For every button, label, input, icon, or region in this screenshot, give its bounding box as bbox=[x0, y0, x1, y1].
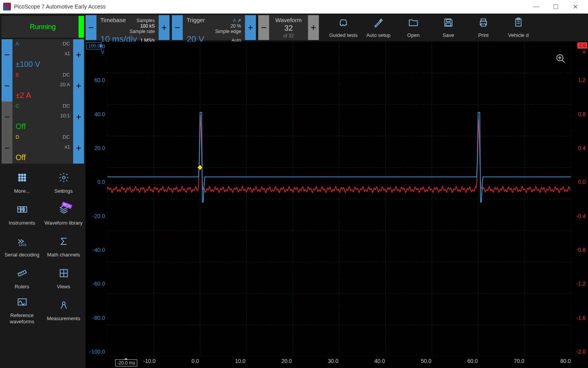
y-right-tick: -1.6 bbox=[573, 315, 586, 321]
y-right-tick: 1.2 bbox=[573, 77, 586, 83]
running-button[interactable]: Running bbox=[2, 16, 84, 38]
svg-point-9 bbox=[62, 176, 65, 179]
channel-A-control: − ADC x1 ±100 V + bbox=[2, 39, 84, 70]
action-clipboard[interactable]: Vehicle d bbox=[501, 17, 536, 38]
grid-icon bbox=[58, 268, 69, 281]
y-left-tick: 60.0 bbox=[88, 77, 105, 83]
y-right-tick: -2.0 bbox=[573, 349, 586, 355]
channel-C-control: − CDC 10:1 Off + bbox=[2, 101, 84, 133]
y-right-tick: 0.8 bbox=[573, 111, 586, 117]
waveform-control: − Waveform 32 of 32 + bbox=[258, 15, 319, 40]
waveform-value[interactable]: 32 bbox=[284, 24, 293, 33]
channel-A-body[interactable]: ADC x1 ±100 V bbox=[12, 39, 73, 70]
print-icon bbox=[478, 17, 489, 31]
svg-point-3 bbox=[18, 176, 20, 178]
waveform-prev-button[interactable]: − bbox=[258, 15, 269, 40]
channel-D-body[interactable]: DDC x1 Off bbox=[12, 133, 73, 164]
x-tick: 50.0 bbox=[421, 358, 431, 366]
channel-D-control: − DDC x1 Off + bbox=[2, 133, 84, 164]
svg-point-2 bbox=[24, 174, 26, 176]
y-left-tick: 0.0 bbox=[88, 179, 105, 185]
channel-D-minus-button[interactable]: − bbox=[2, 133, 12, 164]
tool-dots[interactable]: More... bbox=[2, 167, 42, 199]
action-wand[interactable]: Auto setup bbox=[361, 17, 396, 38]
action-print[interactable]: Print bbox=[466, 17, 501, 38]
titlebar: PicoScope 7 Automotive Early Access — ☐ … bbox=[0, 0, 588, 14]
channel-C-minus-button[interactable]: − bbox=[2, 101, 12, 133]
tool-serial[interactable]: 1101 Serial decoding bbox=[2, 231, 42, 262]
tool-gear[interactable]: Settings bbox=[43, 167, 84, 199]
channel-B-body[interactable]: BDC 20 A ±2 A bbox=[12, 70, 73, 101]
svg-point-6 bbox=[18, 179, 20, 181]
clipboard-icon bbox=[513, 17, 524, 31]
measure-icon bbox=[58, 300, 69, 313]
y-left-tick: -60.0 bbox=[88, 281, 105, 287]
waveform-title: Waveform bbox=[275, 17, 302, 23]
tool-sigma[interactable]: Math channels bbox=[43, 231, 84, 262]
app-logo-icon bbox=[3, 3, 11, 10]
action-car[interactable]: Guided tests bbox=[326, 17, 361, 38]
y-right-tag[interactable]: 2.0 bbox=[578, 42, 587, 49]
x-tick: 20.0 bbox=[282, 358, 292, 366]
wand-icon bbox=[373, 17, 384, 31]
plot[interactable] bbox=[107, 42, 571, 356]
timebase-title: Timebase bbox=[100, 17, 126, 23]
trigger-title: Trigger bbox=[187, 17, 205, 23]
y-left-tick: -20.0 bbox=[88, 213, 105, 219]
action-folder[interactable]: Open bbox=[396, 17, 431, 38]
y-left-tick: -100.0 bbox=[88, 349, 105, 355]
svg-rect-24 bbox=[446, 19, 450, 21]
y-left-tick: 20.0 bbox=[88, 145, 105, 151]
chart-area[interactable]: 100.0 V 80.060.040.020.00.0-20.0-40.0-60… bbox=[86, 42, 588, 368]
window-controls: — ☐ ✕ bbox=[527, 1, 585, 12]
trigger-minus-button[interactable]: − bbox=[172, 15, 183, 40]
trigger-control: − Trigger A ↗ 20 % Simple edge 20 V Auto… bbox=[172, 15, 256, 40]
zoom-in-icon[interactable] bbox=[555, 53, 566, 66]
tool-ruler[interactable]: Rulers bbox=[2, 263, 42, 294]
timebase-plus-button[interactable]: + bbox=[159, 15, 170, 40]
tool-refwave[interactable]: Reference waveforms bbox=[2, 295, 42, 326]
timebase-minus-button[interactable]: − bbox=[86, 15, 96, 40]
y-axis-left: 100.0 V 80.060.040.020.00.0-20.0-40.0-60… bbox=[86, 42, 107, 356]
svg-line-15 bbox=[19, 273, 20, 274]
channel-B-minus-button[interactable]: − bbox=[2, 70, 12, 101]
waveform-sub: of 32 bbox=[284, 33, 294, 38]
y-axis-right: 2.0 A 1.61.20.80.40.0-0.4-0.8-1.2-1.6-2.… bbox=[571, 42, 588, 356]
svg-rect-23 bbox=[446, 23, 451, 26]
y-left-tick: 40.0 bbox=[88, 111, 105, 117]
dots-icon bbox=[17, 172, 28, 186]
car-icon bbox=[338, 17, 349, 31]
gear-icon bbox=[58, 172, 69, 186]
channel-A-plus-button[interactable]: + bbox=[73, 39, 84, 70]
action-save[interactable]: Save bbox=[431, 17, 466, 38]
x-tick: 0.0 bbox=[191, 358, 199, 366]
svg-line-56 bbox=[562, 60, 565, 63]
x-axis-tag[interactable]: -20.0 ms bbox=[115, 359, 137, 366]
y-right-tick: 0.4 bbox=[573, 145, 586, 151]
main-area: − Timebase Samples 100 kS Sample rate bbox=[86, 14, 588, 368]
tool-instruments[interactable]: Instruments bbox=[2, 199, 42, 230]
tool-library[interactable]: Waveform library bbox=[43, 199, 84, 230]
y-left-tick: -40.0 bbox=[88, 247, 105, 253]
channel-C-plus-button[interactable]: + bbox=[73, 101, 84, 133]
svg-point-22 bbox=[62, 302, 65, 305]
minimize-button[interactable]: — bbox=[527, 1, 546, 12]
y-right-tick: 0.0 bbox=[573, 179, 586, 185]
channel-A-minus-button[interactable]: − bbox=[2, 39, 12, 70]
svg-line-16 bbox=[21, 272, 22, 274]
channel-D-plus-button[interactable]: + bbox=[73, 133, 84, 164]
channel-B-plus-button[interactable]: + bbox=[73, 70, 84, 101]
channel-C-body[interactable]: CDC 10:1 Off bbox=[12, 101, 73, 133]
tool-grid[interactable]: Views bbox=[43, 263, 84, 294]
sidebar-tools: More... Settings Instruments Waveform li… bbox=[2, 167, 84, 326]
sidebar: Running − ADC x1 ±100 V + − BDC 20 A ±2 … bbox=[0, 14, 86, 368]
svg-point-5 bbox=[24, 176, 26, 178]
y-left-tag[interactable]: 100.0 bbox=[86, 42, 102, 49]
svg-rect-10 bbox=[18, 207, 20, 212]
x-tick: 60.0 bbox=[467, 358, 478, 366]
trigger-plus-button[interactable]: + bbox=[245, 15, 256, 40]
tool-measure[interactable]: Measurements bbox=[43, 295, 84, 326]
waveform-next-button[interactable]: + bbox=[308, 15, 319, 40]
maximize-button[interactable]: ☐ bbox=[546, 1, 565, 12]
close-button[interactable]: ✕ bbox=[565, 1, 585, 12]
